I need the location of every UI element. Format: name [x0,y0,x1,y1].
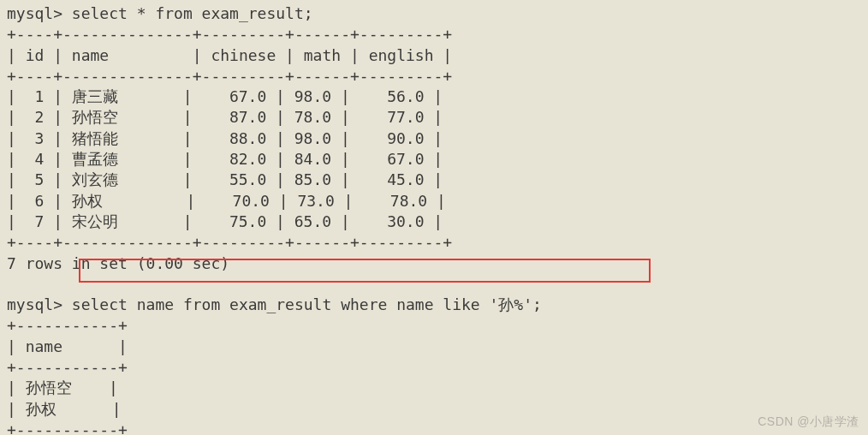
table-row: | 6 | 孙权 | 70.0 | 73.0 | 78.0 | [7,192,446,210]
terminal-output: mysql> select * from exam_result; +----+… [0,0,868,435]
table-row: | 7 | 宋公明 | 75.0 | 65.0 | 30.0 | [7,212,443,230]
sql-prompt-line: mysql> select name from exam_result wher… [7,295,542,313]
table-divider: +----+--------------+---------+------+--… [7,67,452,85]
sql-prompt-line: mysql> select * from exam_result; [7,4,313,22]
table-row: | 3 | 猪悟能 | 88.0 | 98.0 | 90.0 | [7,129,443,147]
table-divider: +-----------+ [7,358,128,376]
status-line: 7 rows in set (0.00 sec) [7,254,229,272]
table-row: | 5 | 刘玄德 | 55.0 | 85.0 | 45.0 | [7,170,443,188]
table-row: | 孙悟空 | [7,378,118,396]
table-divider: +----+--------------+---------+------+--… [7,25,452,43]
table-row: | 4 | 曹孟德 | 82.0 | 84.0 | 67.0 | [7,150,443,168]
watermark: CSDN @小唐学渣 [758,414,859,430]
table-header: | name | [7,337,128,355]
table-row: | 2 | 孙悟空 | 87.0 | 78.0 | 77.0 | [7,108,443,126]
table-row: | 1 | 唐三藏 | 67.0 | 98.0 | 56.0 | [7,87,443,105]
table-row: | 孙权 | [7,400,122,418]
table-header: | id | name | chinese | math | english | [7,46,452,64]
sql-query: select name from exam_result where name … [72,295,542,313]
table-divider: +-----------+ [7,316,128,334]
table-divider: +-----------+ [7,420,128,435]
table-divider: +----+--------------+---------+------+--… [7,233,452,251]
